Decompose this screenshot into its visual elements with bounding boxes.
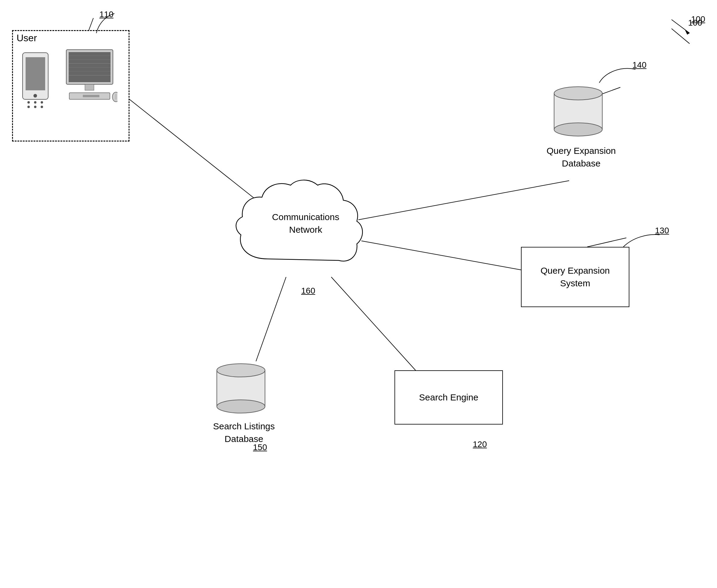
svg-point-15 (34, 101, 37, 104)
svg-point-18 (34, 106, 37, 108)
ref-130: 130 (655, 226, 669, 235)
svg-point-19 (41, 106, 43, 108)
ref-110: 110 (99, 9, 113, 19)
svg-point-16 (41, 101, 43, 104)
svg-point-38 (217, 400, 265, 413)
svg-rect-12 (26, 57, 45, 90)
ref-160: 160 (301, 286, 315, 296)
svg-point-37 (217, 364, 265, 377)
svg-line-2 (361, 241, 527, 271)
svg-point-14 (27, 101, 30, 104)
mobile-device-icon (18, 51, 54, 111)
user-label: User (17, 33, 37, 44)
svg-rect-28 (85, 84, 94, 90)
query-expansion-db-label: Query Expansion Database (539, 145, 623, 170)
svg-point-34 (554, 87, 602, 100)
svg-point-31 (112, 92, 118, 102)
search-listings-db-icon (211, 355, 271, 416)
ref-150: 150 (253, 443, 267, 452)
search-engine-box: Search Engine (395, 370, 503, 424)
ref-120: 120 (473, 440, 487, 449)
ref-100: 100 (691, 15, 705, 24)
svg-rect-21 (69, 52, 110, 82)
network-label: Communications Network (251, 211, 360, 236)
svg-point-17 (27, 106, 30, 108)
svg-line-4 (256, 277, 286, 361)
svg-line-1 (358, 181, 569, 220)
svg-rect-30 (83, 95, 99, 97)
diagram-container: 100 100 110 User (0, 0, 717, 588)
query-expansion-db-icon (548, 78, 608, 139)
svg-line-9 (672, 20, 690, 33)
ref-140: 140 (632, 60, 647, 70)
svg-line-3 (331, 277, 416, 370)
query-expansion-system-box: Query Expansion System (521, 247, 629, 307)
svg-point-35 (554, 123, 602, 136)
desktop-computer-icon (63, 48, 118, 118)
search-listings-db-label: Search Listings Database (205, 420, 283, 445)
svg-point-13 (34, 94, 37, 98)
